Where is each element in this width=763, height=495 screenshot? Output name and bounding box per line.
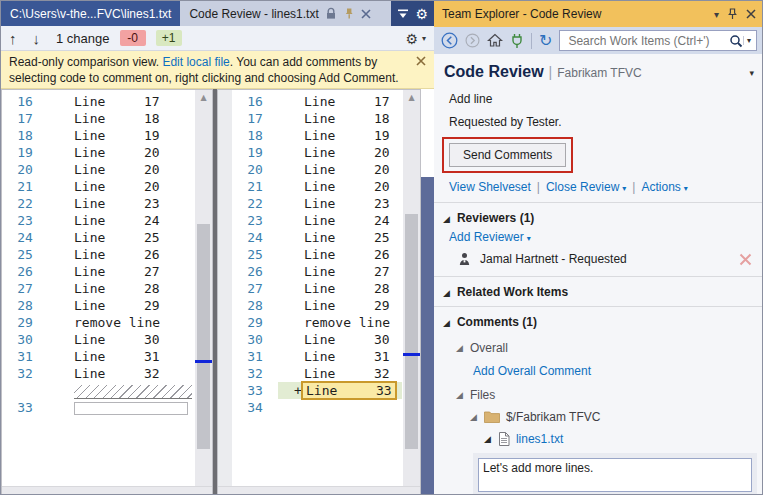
collapse-triangle-icon[interactable]: ◢ — [443, 318, 450, 328]
diff-line[interactable]: 22Line23 — [232, 195, 402, 212]
next-change-button[interactable]: ↓ — [25, 30, 49, 47]
line-content[interactable]: Line20 — [48, 161, 194, 178]
pin-icon[interactable] — [343, 7, 355, 20]
connect-plug-icon[interactable] — [510, 33, 524, 49]
diff-line[interactable]: 27Line28 — [232, 280, 402, 297]
diff-line[interactable]: 26Line27 — [2, 263, 194, 280]
line-content[interactable]: Line28 — [48, 280, 194, 297]
diff-line[interactable]: 27Line28 — [2, 280, 194, 297]
line-content[interactable]: Line20 — [48, 144, 194, 161]
diff-line[interactable]: 34 — [232, 399, 402, 416]
diff-line[interactable]: 29remove line — [232, 314, 402, 331]
tree-node-file[interactable]: ◢ lines1.txt — [434, 432, 763, 446]
previous-change-button[interactable]: ↑ — [1, 30, 25, 47]
line-content[interactable]: Line18 — [278, 110, 402, 127]
add-reviewer-chevron-icon[interactable]: ▾ — [527, 234, 531, 243]
section-reviewers[interactable]: ◢Reviewers (1) — [434, 206, 763, 229]
diff-line[interactable]: 20Line20 — [232, 161, 402, 178]
window-gear-icon[interactable]: ⚙ — [415, 6, 428, 22]
pin-icon[interactable] — [727, 8, 738, 20]
search-icon[interactable] — [729, 34, 743, 48]
diff-line[interactable]: 30Line30 — [2, 331, 194, 348]
collapse-triangle-icon[interactable]: ◢ — [470, 412, 477, 422]
line-content[interactable]: Line27 — [278, 263, 402, 280]
diff-line[interactable]: 33 — [2, 399, 194, 416]
line-content[interactable]: Line29 — [278, 297, 402, 314]
send-comments-button[interactable]: Send Comments — [449, 143, 566, 167]
diff-line[interactable]: 22Line23 — [2, 195, 194, 212]
home-icon[interactable] — [487, 33, 503, 48]
search-options-chevron-icon[interactable]: ▾ — [743, 36, 754, 45]
diff-line[interactable]: 31Line31 — [2, 348, 194, 365]
forward-button-icon[interactable] — [465, 33, 480, 48]
comment-textarea[interactable]: Let's add more lines. — [478, 458, 752, 492]
infobar-close-icon[interactable] — [416, 56, 426, 66]
collapse-triangle-icon[interactable]: ◢ — [456, 390, 463, 400]
diff-pane-modified[interactable]: 16Line1717Line1818Line1919Line2020Line20… — [217, 89, 421, 495]
window-position-chevron-icon[interactable]: ▾ — [714, 9, 719, 20]
line-content[interactable] — [278, 399, 402, 416]
modified-scroll-thumb[interactable] — [405, 214, 418, 449]
line-content[interactable]: Line20 — [278, 144, 402, 161]
diff-line[interactable]: 25Line26 — [232, 246, 402, 263]
line-content[interactable]: Line20 — [48, 178, 194, 195]
tab-local-file[interactable]: C:\Users\v-the...FVC\lines1.txt — [1, 1, 180, 26]
diff-pane-original[interactable]: 16Line1717Line1818Line1919Line2020Line20… — [1, 89, 213, 495]
close-review-link[interactable]: Close Review — [546, 180, 619, 194]
line-content[interactable]: Line26 — [48, 246, 194, 263]
diff-settings-button[interactable]: ⚙ ▾ — [405, 26, 426, 51]
diff-line[interactable]: 33+Line33 — [232, 382, 402, 399]
line-content[interactable]: Line20 — [278, 161, 402, 178]
diff-line[interactable]: 23Line24 — [2, 212, 194, 229]
line-content[interactable]: Line28 — [278, 280, 402, 297]
line-content[interactable]: Line19 — [278, 127, 402, 144]
line-content[interactable]: remove line — [48, 314, 194, 331]
file-name-link[interactable]: lines1.txt — [516, 432, 563, 446]
modified-horizontal-scrollbar[interactable] — [218, 486, 420, 495]
scroll-up-icon[interactable]: ▲ — [403, 93, 420, 103]
panel-splitter[interactable] — [421, 177, 434, 495]
close-panel-icon[interactable] — [746, 9, 756, 19]
tree-node-files[interactable]: ◢Files — [434, 388, 763, 402]
close-review-chevron-icon[interactable]: ▾ — [622, 184, 626, 193]
diff-line[interactable]: 23Line24 — [232, 212, 402, 229]
line-content[interactable] — [48, 382, 194, 399]
diff-line[interactable]: 20Line20 — [2, 161, 194, 178]
line-content[interactable]: Line30 — [48, 331, 194, 348]
actions-chevron-icon[interactable]: ▾ — [684, 184, 688, 193]
diff-line[interactable]: 26Line27 — [232, 263, 402, 280]
line-content[interactable]: Line25 — [48, 229, 194, 246]
add-overall-comment-link[interactable]: Add Overall Comment — [473, 364, 591, 378]
original-vertical-scrollbar[interactable]: ▲ — [195, 90, 212, 486]
diff-line[interactable]: 16Line17 — [2, 93, 194, 110]
remove-reviewer-icon[interactable] — [739, 253, 752, 266]
page-switch-chevron-icon[interactable]: ▾ — [749, 68, 754, 78]
line-content[interactable]: Line18 — [48, 110, 194, 127]
line-content[interactable]: Line26 — [278, 246, 402, 263]
collapse-triangle-icon[interactable]: ◢ — [443, 288, 450, 298]
refresh-icon[interactable]: ↻ — [539, 31, 552, 50]
line-content[interactable]: Line24 — [48, 212, 194, 229]
diff-line[interactable]: 32Line32 — [2, 365, 194, 382]
line-content[interactable]: remove line — [278, 314, 402, 331]
line-content[interactable]: Line24 — [278, 212, 402, 229]
back-button-icon[interactable] — [441, 32, 458, 49]
collapse-triangle-icon[interactable]: ◢ — [456, 343, 463, 353]
line-content[interactable]: Line32 — [278, 365, 402, 382]
edit-local-file-link[interactable]: Edit local file — [162, 55, 229, 69]
diff-line[interactable]: 28Line29 — [2, 297, 194, 314]
diff-line[interactable]: 16Line17 — [232, 93, 402, 110]
line-content[interactable]: Line19 — [48, 127, 194, 144]
close-tab-icon[interactable] — [361, 9, 371, 19]
line-content[interactable] — [48, 399, 194, 416]
line-content[interactable]: Line29 — [48, 297, 194, 314]
line-content[interactable]: Line25 — [278, 229, 402, 246]
line-content[interactable]: Line23 — [278, 195, 402, 212]
diff-line[interactable]: 24Line25 — [2, 229, 194, 246]
line-content[interactable]: Line31 — [278, 348, 402, 365]
tab-code-review[interactable]: Code Review - lines1.txt — [180, 1, 379, 26]
diff-line[interactable]: 21Line20 — [232, 178, 402, 195]
reviewer-row[interactable]: Jamal Hartnett - Requested — [458, 252, 752, 266]
diff-line[interactable]: 32Line32 — [232, 365, 402, 382]
line-content[interactable]: Line32 — [48, 365, 194, 382]
